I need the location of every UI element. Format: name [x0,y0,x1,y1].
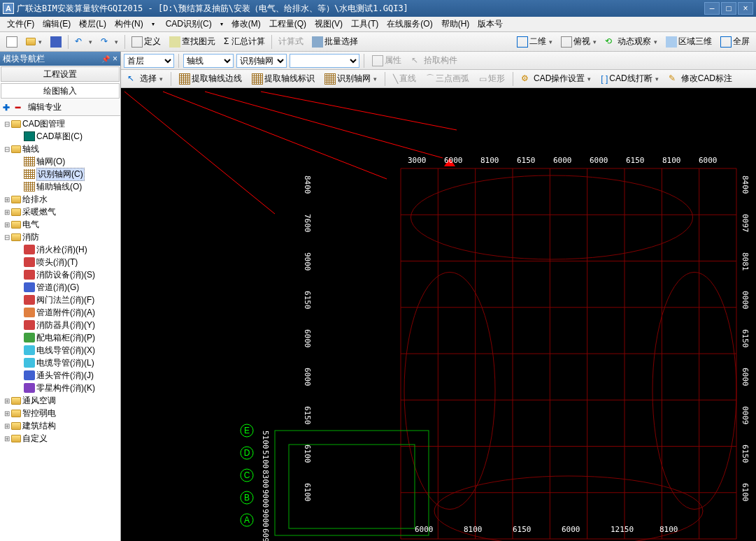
tree-item-20[interactable]: 通头管件(消)(J) [1,369,119,382]
redo-button[interactable]: ↷ [97,34,122,50]
recognize-axis-button[interactable]: 识别轴网 [321,71,380,87]
tree-item-4[interactable]: 识别轴网(C) [1,168,119,180]
tree-item-5[interactable]: 辅助轴线(O) [1,180,119,193]
drawing-canvas[interactable]: EDCBA30006000810061506000600061508100600… [121,88,756,541]
cad-modify-button[interactable]: ✎修改CAD标注 [665,71,736,87]
new-button[interactable] [3,34,21,50]
fullscreen-button[interactable]: 全屏 [717,34,753,50]
tree-item-1[interactable]: CAD草图(C) [1,130,119,143]
edit-toolbar: ✚ ━ 编辑专业 [0,99,120,116]
menu-2[interactable]: 楼层(L) [75,17,110,31]
svg-line-2 [205,92,443,158]
tree-item-3[interactable]: 轴网(O) [1,155,119,168]
save-button[interactable] [47,34,65,50]
tree-item-19[interactable]: 电缆导管(消)(L) [1,356,119,369]
tree-item-22[interactable]: ⊞通风空调 [1,394,119,407]
axis-select[interactable]: 轴线 [183,54,234,68]
line-button: ╲ 直线 [390,71,420,87]
arc-button: ⌒ 三点画弧 [422,71,473,87]
calc-button: 计算式 [275,34,307,50]
tree-item-15[interactable]: 管道附件(消)(A) [1,306,119,319]
close-panel-icon[interactable]: × [113,54,117,64]
menu-5[interactable]: 修改(M) [227,17,265,31]
cad-ops-button[interactable]: ⚙CAD操作设置 [518,71,594,87]
view2d-button[interactable]: 二维 [513,34,556,50]
svg-text:C: C [244,470,250,480]
attr-button: 属性 [369,52,405,68]
context-toolbar-2: ↖选择 提取轴线边线 提取轴线标识 识别轴网 ╲ 直线 ⌒ 三点画弧 ▭ 矩形 … [121,70,756,88]
tree-item-21[interactable]: 零星构件(消)(K) [1,382,119,394]
tree-item-13[interactable]: 管道(消)(G) [1,281,119,294]
extract-label-button[interactable]: 提取轴线标识 [248,71,318,87]
floor-select[interactable]: 首层 [124,54,174,68]
menu-7[interactable]: 视图(V) [311,17,347,31]
svg-text:D: D [244,448,250,458]
svg-line-0 [124,92,275,214]
undo-button[interactable]: ↶ [71,34,96,50]
tree-item-7[interactable]: ⊞采暖燃气 [1,205,119,218]
svg-point-24 [404,272,495,509]
batch-button[interactable]: 批量选择 [308,34,362,50]
dynview-button[interactable]: ⟲动态观察 [601,34,661,50]
tree-item-24[interactable]: ⊞建筑结构 [1,419,119,432]
pin-icon[interactable]: 📌 [101,55,110,63]
menubar: 文件(F)编辑(E)楼层(L)构件(N)▾CAD识别(C)▾修改(M)工程量(Q… [0,17,756,32]
context-toolbar-1: 首层 轴线 识别轴网 属性 ↖拾取构件 [121,52,756,70]
tree-item-9[interactable]: ⊟消防 [1,231,119,243]
select-button[interactable]: ↖选择 [124,71,166,87]
combo4[interactable] [290,54,359,68]
menu-9[interactable]: 在线服务(O) [383,17,436,31]
tree-item-0[interactable]: ⊟CAD图管理 [1,117,119,130]
menu-11[interactable]: 版本号 [473,17,507,31]
svg-text:B: B [244,493,250,503]
remove-icon[interactable]: ━ [15,103,25,113]
svg-line-3 [261,92,457,130]
maximize-button[interactable]: □ [721,2,736,15]
tree-item-10[interactable]: 消火栓(消)(H) [1,243,119,256]
sidebar: 模块导航栏 📌 × 工程设置 绘图输入 ✚ ━ 编辑专业 ⊟CAD图管理CAD草… [0,52,121,541]
tree-view[interactable]: ⊟CAD图管理CAD草图(C)⊟轴线轴网(O)识别轴网(C)辅助轴线(O)⊞给排… [0,116,120,541]
extract-edge-button[interactable]: 提取轴线边线 [176,71,245,87]
define-button[interactable]: 定义 [128,34,164,50]
tree-item-16[interactable]: 消防器具(消)(Y) [1,319,119,331]
edit-label: 编辑专业 [28,101,62,113]
window-title: 广联达BIM安装算量软件GQI2015 - [D:\预结算及抽筋\安装（电气、给… [17,3,703,15]
tree-item-12[interactable]: 消防设备(消)(S) [1,268,119,281]
pick-button: ↖拾取构件 [408,52,461,68]
summary-button[interactable]: Σ 汇总计算 [220,34,269,50]
cad-break-button[interactable]: [ ]CAD线打断 [597,71,662,87]
recognize-select[interactable]: 识别轴网 [236,54,287,68]
tree-item-6[interactable]: ⊞给排水 [1,193,119,205]
menu-6[interactable]: 工程量(Q) [265,17,311,31]
rect-button: ▭ 矩形 [476,71,508,87]
tree-item-14[interactable]: 阀门法兰(消)(F) [1,294,119,306]
svg-text:E: E [244,426,250,435]
menu-0[interactable]: 文件(F) [3,17,38,31]
tree-item-25[interactable]: ⊞自定义 [1,432,119,445]
svg-point-25 [652,272,736,509]
main-toolbar: ↶ ↷ 定义 查找图元 Σ 汇总计算 计算式 批量选择 二维 俯视 ⟲动态观察 … [0,32,756,52]
sidebar-header: 模块导航栏 📌 × [0,52,120,66]
svg-point-23 [411,175,692,259]
tree-item-8[interactable]: ⊞电气 [1,218,119,231]
menu-10[interactable]: 帮助(H) [437,17,474,31]
menu-4[interactable]: CAD识别(C) [162,17,216,31]
svg-line-1 [163,92,387,179]
menu-3[interactable]: 构件(N) [110,17,148,31]
tree-item-2[interactable]: ⊟轴线 [1,143,119,155]
add-icon[interactable]: ✚ [3,103,13,113]
menu-8[interactable]: 工具(T) [347,17,383,31]
topview-button[interactable]: 俯视 [557,34,600,50]
minimize-button[interactable]: – [704,2,720,15]
tree-item-23[interactable]: ⊞智控弱电 [1,407,119,419]
region3d-button[interactable]: 区域三维 [662,34,715,50]
find-button[interactable]: 查找图元 [166,34,219,50]
close-button[interactable]: × [738,2,753,15]
tab-engineering[interactable]: 工程设置 [1,66,120,82]
tree-item-17[interactable]: 配电箱柜(消)(P) [1,331,119,344]
tree-item-18[interactable]: 电线导管(消)(X) [1,344,119,356]
tab-drawing[interactable]: 绘图输入 [1,83,120,99]
menu-1[interactable]: 编辑(E) [38,17,75,31]
tree-item-11[interactable]: 喷头(消)(T) [1,256,119,268]
open-button[interactable] [22,36,45,48]
